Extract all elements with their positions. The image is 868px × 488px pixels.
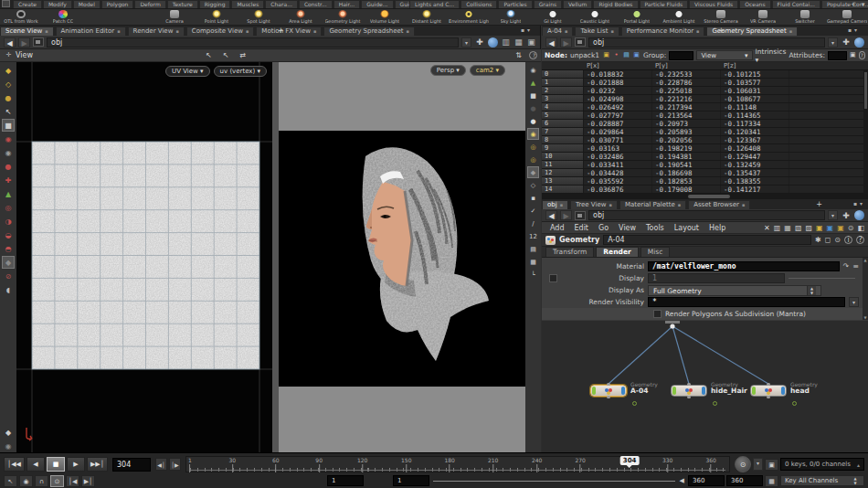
display-toggle-ring[interactable] — [713, 401, 717, 406]
shelf-tool[interactable]: Point Light — [196, 9, 238, 25]
tree-select-icon[interactable]: ≡ — [852, 262, 859, 271]
row-index[interactable]: 9 — [542, 144, 584, 152]
row-index[interactable]: 5 — [542, 111, 584, 119]
keyframe-options-icon[interactable]: ▦ — [765, 475, 778, 487]
display-flag[interactable] — [702, 387, 705, 395]
table-row[interactable]: 6 -0.028887 -0.20973 -0.117334 — [542, 120, 868, 128]
parameter-tab[interactable]: Render — [596, 247, 638, 257]
shelf-tab[interactable]: Vellum — [563, 0, 592, 8]
pane-controls[interactable]: ▪▾ — [844, 27, 861, 33]
parameter-header-icon[interactable]: i — [844, 236, 852, 244]
display-toggle-ring[interactable] — [632, 401, 637, 406]
viewport-cursor-icon[interactable]: ↖ — [203, 51, 215, 59]
viewport-tool-icon[interactable]: ✚ — [2, 174, 15, 186]
menu-item[interactable]: Go — [594, 224, 613, 232]
shelf-tab[interactable]: Texture — [167, 0, 198, 8]
parameter-scrollbar[interactable]: ▲▼ — [863, 258, 868, 320]
shelf-tab[interactable]: Deform — [134, 0, 165, 8]
shelf-tab[interactable]: Particle Fluids — [640, 0, 689, 8]
pane-tab[interactable]: Geometry Spreadsheet▪ — [323, 27, 415, 36]
scrollbar-handle[interactable] — [688, 195, 730, 198]
copy-icon[interactable]: ▣ — [850, 51, 856, 59]
menu-item[interactable]: Tools — [641, 224, 669, 232]
uv-attribute-pill[interactable]: uv (vertex) ▾ — [214, 66, 267, 77]
parameter-tab[interactable]: Transform — [545, 247, 594, 257]
template-flag[interactable] — [672, 387, 676, 395]
shelf-tool[interactable]: Portal Light — [616, 9, 658, 25]
path-field[interactable]: obj — [588, 210, 825, 220]
display-flag[interactable] — [781, 387, 785, 395]
pane-controls[interactable]: ▪▾ — [517, 27, 534, 33]
playback-start-field[interactable]: 1 — [393, 475, 429, 486]
table-row[interactable]: 13 -0.035592 -0.182853 -0.138355 — [542, 177, 868, 186]
shelf-tab[interactable]: Rigid Bodies — [593, 0, 638, 8]
shelf-tab[interactable]: Collisions — [460, 0, 497, 8]
geometry-node[interactable] — [750, 385, 787, 397]
pane-tab[interactable]: Take List▪ — [575, 27, 619, 36]
transport-button[interactable]: │◀◀ — [4, 457, 25, 472]
node-input-dot[interactable] — [607, 383, 610, 386]
view-tool-icon[interactable]: ✛ — [4, 50, 14, 60]
viewport-tool-icon[interactable]: ◇ — [2, 78, 15, 90]
shelf-tab[interactable]: Hair... — [333, 0, 361, 8]
display-enable-checkbox[interactable] — [549, 274, 557, 282]
display-option-icon[interactable]: ◇ — [527, 179, 539, 191]
display-option-icon[interactable]: ▪ — [527, 192, 539, 204]
menu-bar-icon[interactable]: ✕ — [764, 224, 770, 232]
range-slider[interactable]: ◀ — [433, 475, 684, 486]
key-step-button[interactable]: │◀ — [66, 475, 79, 487]
shelf-tab[interactable]: Grains — [534, 0, 562, 8]
row-index[interactable]: 14 — [542, 186, 584, 193]
pane-tab[interactable]: Asset Browser▪ — [688, 200, 750, 209]
row-index[interactable]: 4 — [542, 103, 584, 111]
pane-tab[interactable]: A-04▪ — [542, 27, 573, 36]
transport-button[interactable]: ▶ — [67, 457, 85, 472]
display-option-icon[interactable]: ▤ — [527, 243, 539, 255]
display-flag[interactable] — [621, 387, 625, 395]
display-option-icon[interactable]: 12 — [527, 230, 539, 242]
render-visibility-field[interactable]: * — [648, 297, 845, 307]
key-step-button[interactable]: ▶│ — [81, 475, 95, 487]
viewport-tool-icon[interactable]: ● — [2, 91, 15, 104]
path-dropdown-icon[interactable]: ▾ — [828, 37, 838, 48]
display-option-icon[interactable]: ◆ — [527, 166, 539, 178]
menu-bar-icon[interactable]: ▣ — [816, 224, 823, 232]
spreadsheet-help-icon[interactable]: ? — [859, 51, 865, 59]
pane-controls[interactable]: ▪▾ — [850, 200, 866, 207]
shelf-tool[interactable]: Spot Light — [238, 9, 280, 25]
playback-toggle-button[interactable]: ⊙ — [50, 475, 64, 487]
viewport-tool-icon[interactable]: ◆ — [2, 256, 15, 269]
shelf-tab[interactable]: Muscles — [231, 0, 264, 8]
geometry-node[interactable] — [671, 385, 707, 397]
shelf-tool[interactable]: Caustic Light — [574, 9, 616, 25]
display-option-icon[interactable]: ◉ — [527, 128, 539, 140]
menu-bar-icon[interactable]: ▦ — [784, 224, 791, 232]
shelf-tool[interactable]: Distant Light — [406, 9, 448, 25]
viewport-tool-icon[interactable]: ◆ — [2, 64, 15, 77]
viewport-toolbar-icon[interactable]: ? — [529, 51, 537, 59]
back-button[interactable]: ◀ — [545, 210, 557, 220]
menu-item[interactable]: Add — [545, 224, 569, 232]
playback-toggle-button[interactable]: ◉ — [19, 475, 33, 487]
display-toggle-ring[interactable] — [792, 401, 797, 406]
table-row[interactable]: 9 -0.03163 -0.198219 -0.126408 — [542, 144, 868, 153]
projection-pill[interactable]: Persp ▾ — [430, 65, 466, 76]
attributes-field[interactable] — [828, 51, 847, 60]
set-key-button[interactable]: ⊙ — [735, 456, 751, 472]
playhead-marker[interactable]: 304 — [620, 456, 640, 465]
frame-step-button[interactable]: ◀│ — [155, 458, 167, 471]
viewport-divider[interactable] — [272, 62, 279, 452]
table-row[interactable]: 8 -0.030771 -0.202056 -0.123367 — [542, 136, 868, 144]
pane-tab[interactable]: Render View▪ — [128, 27, 185, 36]
display-option-icon[interactable]: ◉ — [527, 64, 539, 76]
parameter-tab[interactable]: Misc — [640, 247, 671, 257]
path-field[interactable]: obj — [47, 37, 459, 48]
pin-pane-icon[interactable]: ✚ — [841, 210, 852, 221]
component-mode-icon[interactable]: ▤ — [622, 51, 630, 59]
menu-item[interactable]: Help — [704, 224, 730, 232]
path-field[interactable]: obj — [588, 37, 825, 48]
intrinsics-dropdown[interactable]: Intrinsics ▾ — [756, 48, 787, 64]
pane-tab[interactable]: Composite View▪ — [186, 27, 255, 36]
display-option-icon[interactable]: ▦ — [527, 256, 539, 268]
shelf-tab[interactable]: Viscous Fluids — [689, 0, 738, 8]
